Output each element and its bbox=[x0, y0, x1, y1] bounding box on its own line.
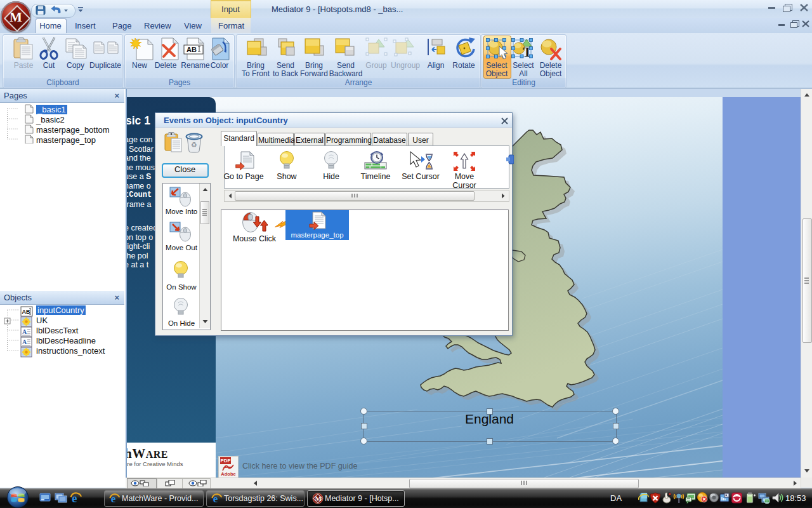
svg-text:AB: AB bbox=[22, 309, 30, 315]
svg-text:♻: ♻ bbox=[191, 141, 197, 149]
svg-text:AB: AB bbox=[187, 46, 197, 53]
svg-text:A: A bbox=[22, 328, 27, 335]
svg-text:A: A bbox=[22, 338, 27, 345]
svg-text:M: M bbox=[315, 495, 322, 502]
